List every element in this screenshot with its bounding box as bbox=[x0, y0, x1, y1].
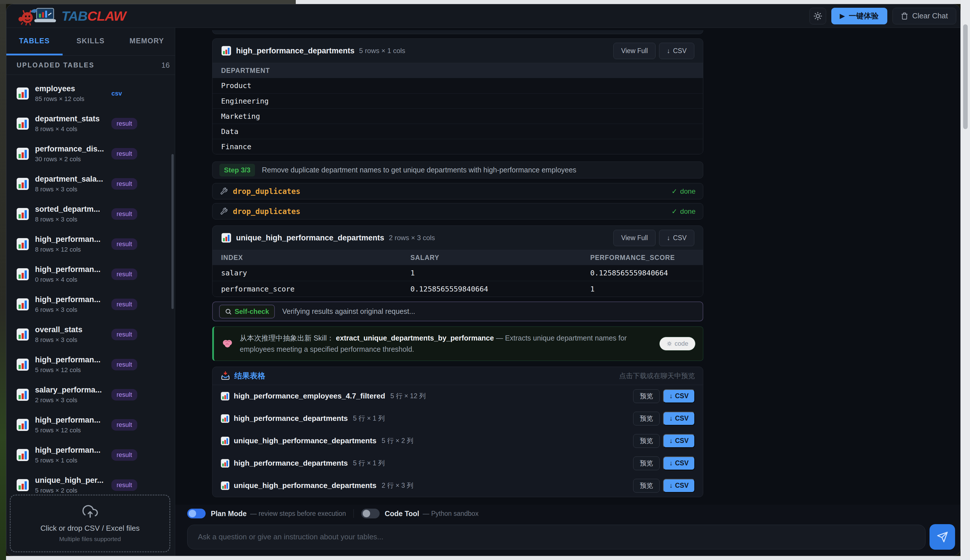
tool-call-row[interactable]: drop_duplicates ✓done bbox=[212, 203, 703, 220]
clear-chat-button[interactable]: Clear Chat bbox=[893, 8, 956, 24]
app-window: TABCLAW ▶ 一键体验 Clear Chat bbox=[6, 4, 960, 556]
table-card-dims: 2 rows × 3 cols bbox=[389, 234, 435, 242]
cell: 0.1258565559840664 bbox=[410, 285, 590, 293]
skill-code-button[interactable]: code bbox=[659, 337, 696, 350]
table-name: salary_performa... bbox=[35, 385, 107, 395]
csv-label: CSV bbox=[673, 47, 687, 55]
magnifier-icon bbox=[225, 308, 232, 315]
table-header-row: DEPARTMENT bbox=[212, 63, 703, 78]
download-csv-button[interactable]: ↓CSV bbox=[663, 389, 695, 403]
download-csv-button[interactable]: ↓CSV bbox=[663, 457, 695, 470]
dropzone-subtitle: Multiple files supported bbox=[59, 536, 121, 542]
bar-chart-icon bbox=[221, 437, 230, 445]
list-item[interactable]: performance_dis...30 rows × 2 cols resul… bbox=[6, 138, 175, 169]
preview-button[interactable]: 预览 bbox=[633, 434, 660, 448]
tab-memory[interactable]: MEMORY bbox=[119, 28, 175, 55]
file-dropzone[interactable]: Click or drop CSV / Excel files Multiple… bbox=[10, 495, 170, 552]
download-csv-button[interactable]: ↓CSV bbox=[663, 434, 695, 448]
uploaded-tables-header: UPLOADED TABLES 16 bbox=[6, 56, 175, 75]
bar-chart-icon bbox=[16, 298, 29, 311]
tool-call-row[interactable]: drop_duplicates ✓done bbox=[212, 183, 703, 199]
table-dims: 8 rows × 3 cols bbox=[35, 336, 107, 344]
download-csv-button[interactable]: ↓CSV bbox=[659, 43, 694, 59]
chat-input[interactable] bbox=[187, 525, 925, 549]
code-tool-toggle[interactable] bbox=[361, 508, 380, 518]
sidebar: TABLES SKILLS MEMORY UPLOADED TABLES 16 … bbox=[6, 28, 175, 556]
chat-scroll-area[interactable]: high_performance_departments 5 rows × 1 … bbox=[175, 28, 960, 505]
download-csv-button[interactable]: ↓CSV bbox=[659, 230, 694, 246]
result-badge: result bbox=[111, 479, 137, 491]
cell: performance_score bbox=[221, 285, 410, 293]
list-item[interactable]: overall_stats8 rows × 3 cols result bbox=[6, 319, 175, 350]
result-row: high_performance_departments 5 行 × 1 列 预… bbox=[212, 407, 703, 430]
plan-mode-label: Plan Mode bbox=[211, 510, 247, 518]
download-csv-button[interactable]: ↓CSV bbox=[663, 479, 695, 493]
preview-button[interactable]: 预览 bbox=[633, 389, 660, 403]
result-badge: result bbox=[111, 449, 137, 461]
bar-chart-icon bbox=[16, 177, 29, 190]
plan-step-card: Step 3/3 Remove duplicate department nam… bbox=[212, 162, 703, 178]
one-click-demo-button[interactable]: ▶ 一键体验 bbox=[831, 8, 887, 24]
download-csv-button[interactable]: ↓CSV bbox=[663, 412, 695, 425]
csv-label: CSV bbox=[675, 392, 689, 400]
gear-icon bbox=[666, 341, 672, 347]
list-item[interactable]: employees85 rows × 12 cols csv bbox=[6, 78, 175, 108]
result-row: unique_high_performance_departments 2 行 … bbox=[212, 475, 703, 497]
result-dims: 5 行 × 2 列 bbox=[381, 437, 413, 445]
view-full-button[interactable]: View Full bbox=[613, 43, 656, 59]
preview-button[interactable]: 预览 bbox=[633, 479, 660, 493]
code-label: code bbox=[674, 340, 688, 347]
send-button[interactable] bbox=[930, 524, 955, 550]
table-row: Engineering bbox=[212, 93, 703, 108]
table-dims: 0 rows × 4 cols bbox=[35, 276, 107, 283]
play-icon: ▶ bbox=[840, 12, 845, 20]
list-item[interactable]: high_performan...0 rows × 4 cols result bbox=[6, 259, 175, 289]
view-full-button[interactable]: View Full bbox=[613, 230, 656, 246]
one-click-demo-label: 一键体验 bbox=[849, 11, 879, 21]
result-badge: result bbox=[111, 359, 137, 370]
list-item[interactable]: high_performan...6 rows × 3 cols result bbox=[6, 289, 175, 319]
download-arrow-icon: ↓ bbox=[669, 415, 673, 422]
preview-button[interactable]: 预览 bbox=[633, 412, 660, 425]
table-name: high_performan... bbox=[35, 416, 107, 425]
plan-mode-toggle[interactable] bbox=[187, 508, 206, 518]
table-row: performance_score 0.1258565559840664 1 bbox=[212, 281, 703, 297]
sidebar-tabs: TABLES SKILLS MEMORY bbox=[6, 28, 175, 56]
uploaded-tables-label: UPLOADED TABLES bbox=[17, 62, 94, 69]
tab-skills[interactable]: SKILLS bbox=[63, 28, 119, 55]
trash-icon bbox=[901, 12, 908, 20]
list-item[interactable]: high_performan...5 rows × 1 cols result bbox=[6, 440, 175, 470]
table-dims: 30 rows × 2 cols bbox=[35, 155, 107, 163]
preview-button[interactable]: 预览 bbox=[633, 457, 660, 470]
table-row: salary 1 0.1258565559840664 bbox=[212, 265, 703, 281]
theme-toggle-button[interactable] bbox=[809, 8, 826, 24]
list-item[interactable]: department_sala...8 rows × 3 cols result bbox=[6, 169, 175, 199]
result-name: high_performance_employees_4.7_filtered bbox=[234, 392, 385, 400]
list-item[interactable]: department_stats8 rows × 4 cols result bbox=[6, 108, 175, 138]
table-dims: 2 rows × 3 cols bbox=[35, 397, 107, 404]
tab-tables[interactable]: TABLES bbox=[6, 28, 63, 55]
table-name: sorted_departm... bbox=[35, 205, 107, 214]
list-item[interactable]: unique_high_per...5 rows × 2 cols result bbox=[6, 470, 175, 495]
composer-input-row bbox=[187, 524, 955, 550]
list-item[interactable]: sorted_departm...8 rows × 3 cols result bbox=[6, 199, 175, 229]
list-item[interactable]: high_performan...5 rows × 12 cols result bbox=[6, 410, 175, 440]
toggle-knob bbox=[363, 510, 370, 517]
browser-scrollbar-track[interactable] bbox=[960, 0, 970, 560]
result-badge: result bbox=[111, 419, 137, 431]
browser-chrome-top-light bbox=[296, 0, 970, 4]
table-card-header: high_performance_departments 5 rows × 1 … bbox=[212, 39, 703, 63]
bar-chart-icon bbox=[16, 448, 29, 462]
list-item[interactable]: high_performan...5 rows × 12 cols result bbox=[6, 350, 175, 380]
table-dims: 5 rows × 2 cols bbox=[35, 487, 107, 494]
plan-mode-hint: — review steps before execution bbox=[250, 510, 346, 518]
table-dims: 85 rows × 12 cols bbox=[35, 95, 107, 103]
table-dims: 5 rows × 12 cols bbox=[35, 367, 107, 374]
bar-chart-icon bbox=[16, 87, 29, 100]
browser-scrollbar-thumb[interactable] bbox=[963, 24, 968, 129]
list-item[interactable]: high_performan...8 rows × 12 cols result bbox=[6, 229, 175, 259]
tool-status: ✓done bbox=[672, 187, 696, 195]
result-badge: result bbox=[111, 238, 137, 250]
sidebar-scrollbar-thumb[interactable] bbox=[171, 154, 174, 309]
list-item[interactable]: salary_performa...2 rows × 3 cols result bbox=[6, 380, 175, 410]
